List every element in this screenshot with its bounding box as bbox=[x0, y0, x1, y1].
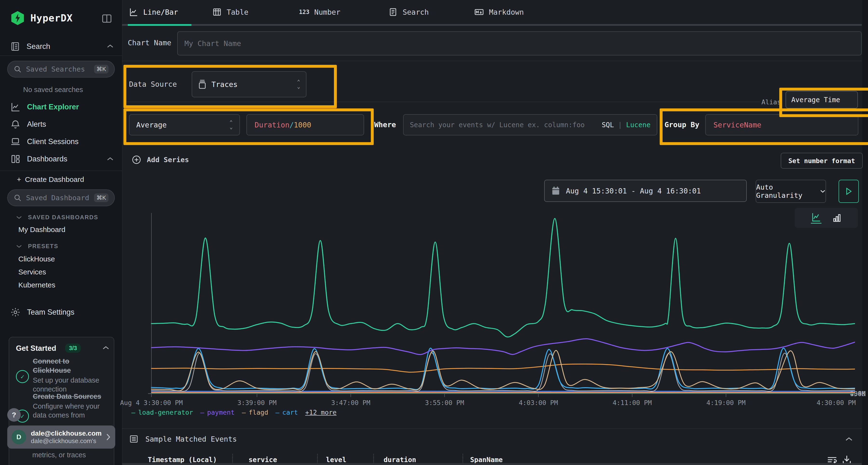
lucene-toggle[interactable]: Lucene bbox=[626, 121, 651, 129]
chart-name-input[interactable]: My Chart Name bbox=[177, 31, 862, 56]
sidebar-item-services[interactable]: Services bbox=[18, 268, 46, 276]
chevron-up-icon[interactable] bbox=[106, 44, 114, 49]
laptop-icon bbox=[10, 136, 21, 147]
alias-input[interactable]: Average Time bbox=[785, 91, 858, 108]
x-tick-label: 4:03:00 PM bbox=[519, 399, 558, 406]
group-saved-dashboards[interactable]: SAVED DASHBOARDS bbox=[16, 214, 98, 221]
sidebar-item-team-settings[interactable]: Team Settings bbox=[10, 307, 74, 318]
legend-more-link[interactable]: +12 more bbox=[305, 409, 337, 416]
where-placeholder: Search your events w/ Lucene ex. column:… bbox=[410, 121, 597, 129]
column-header-service[interactable]: service bbox=[249, 456, 277, 464]
sidebar-item-alerts[interactable]: Alerts bbox=[10, 119, 46, 130]
run-query-button[interactable] bbox=[839, 180, 859, 203]
get-started-item[interactable]: Connect to ClickHouse Set up your databa… bbox=[33, 357, 107, 394]
sample-events-header[interactable]: Sample Matched Events bbox=[129, 434, 237, 444]
get-started-footer-text: metrics, or traces bbox=[32, 451, 86, 459]
time-range-value: Aug 4 15:30:01 - Aug 4 16:30:01 bbox=[566, 187, 701, 195]
help-button[interactable]: ? bbox=[7, 408, 21, 422]
plus-icon: + bbox=[17, 175, 21, 184]
table-icon bbox=[212, 7, 222, 17]
granularity-select[interactable]: Auto Granularity bbox=[756, 180, 826, 203]
tab-table[interactable]: Table bbox=[212, 0, 248, 24]
x-tick-label: 3:55:00 PM bbox=[425, 399, 464, 406]
expr-operator: / bbox=[289, 121, 294, 129]
data-source-select[interactable]: Traces ⌃⌃ bbox=[192, 71, 306, 97]
collapse-section-chevron-icon[interactable] bbox=[845, 437, 853, 442]
get-started-progress-badge: 3/3 bbox=[65, 343, 81, 353]
chart-name-placeholder: My Chart Name bbox=[184, 39, 241, 48]
chart-plot[interactable] bbox=[147, 212, 855, 398]
chevron-up-icon[interactable] bbox=[106, 157, 114, 161]
tab-search[interactable]: Search bbox=[388, 0, 429, 24]
sidebar-section-search[interactable]: Search bbox=[10, 41, 50, 52]
chevron-up-icon[interactable] bbox=[102, 345, 110, 350]
column-header-level[interactable]: level bbox=[326, 456, 346, 464]
divider bbox=[125, 102, 760, 102]
x-tick-label: 4:11:00 PM bbox=[613, 399, 652, 406]
set-number-format-button[interactable]: Set number format bbox=[781, 153, 863, 169]
tab-number[interactable]: 123 Number bbox=[299, 0, 340, 24]
tab-line-bar[interactable]: Line/Bar bbox=[129, 0, 178, 24]
sql-toggle[interactable]: SQL bbox=[602, 121, 614, 129]
sidebar-item-my-dashboard[interactable]: My Dashboard bbox=[18, 226, 65, 234]
sidebar-item-client-sessions[interactable]: Client Sessions bbox=[10, 136, 79, 147]
create-dashboard-button[interactable]: + Create Dashboard bbox=[17, 175, 84, 184]
column-header-timestamp[interactable]: Timestamp (Local) bbox=[148, 456, 217, 464]
time-range-input[interactable]: Aug 4 15:30:01 - Aug 4 16:30:01 bbox=[544, 180, 747, 202]
lang-divider: | bbox=[618, 121, 622, 129]
legend-item[interactable]: —cart bbox=[275, 409, 298, 416]
saved-searches-input[interactable]: Saved Searches ⌘K bbox=[7, 61, 115, 77]
search-panel-icon bbox=[10, 41, 20, 52]
legend-item[interactable]: —payment bbox=[200, 409, 235, 416]
group-by-input[interactable]: ServiceName bbox=[705, 114, 858, 135]
expr-number: 1000 bbox=[294, 121, 311, 129]
check-circle-icon: ✓ bbox=[16, 370, 29, 383]
dashboard-grid-icon bbox=[10, 154, 21, 164]
field-expression-input[interactable]: Duration/1000 bbox=[246, 114, 364, 135]
brand[interactable]: HyperDX bbox=[10, 10, 73, 26]
tab-markdown[interactable]: Markdown bbox=[474, 0, 524, 24]
table-bottom-strip bbox=[122, 463, 862, 465]
x-tick-label: 4:19:00 PM bbox=[707, 399, 746, 406]
sidebar-item-chart-explorer[interactable]: Chart Explorer bbox=[10, 102, 79, 112]
chevron-down-icon bbox=[16, 244, 22, 248]
get-started-item[interactable]: Create Data Sources Configure where your… bbox=[33, 392, 110, 420]
divider bbox=[0, 56, 122, 56]
group-by-label: Group By bbox=[664, 121, 700, 129]
sidebar-item-clickhouse[interactable]: ClickHouse bbox=[18, 255, 55, 263]
hyperdx-logo-icon bbox=[10, 10, 25, 26]
search-icon bbox=[13, 194, 22, 202]
timeseries-chart[interactable]: 0450K900K1.4M1.8M Aug 4 3:30:00 PM3:39:0… bbox=[130, 208, 866, 420]
chart-line-icon bbox=[10, 102, 21, 112]
aggregation-select[interactable]: Average ⌃⌃ bbox=[129, 114, 240, 135]
search-icon bbox=[13, 65, 22, 73]
group-by-value: ServiceName bbox=[713, 121, 762, 129]
sidebar-collapse-icon[interactable] bbox=[101, 13, 112, 24]
divider bbox=[0, 171, 122, 171]
user-menu[interactable]: D dale@clickhouse.com dale@clickhouse.co… bbox=[7, 426, 115, 449]
column-header-spanname[interactable]: SpanName bbox=[470, 456, 503, 464]
data-source-value: Traces bbox=[212, 80, 292, 89]
where-search-input[interactable]: Search your events w/ Lucene ex. column:… bbox=[403, 114, 657, 135]
add-series-button[interactable]: Add Series bbox=[131, 155, 189, 165]
chart-name-label: Chart Name bbox=[128, 38, 172, 47]
legend-item[interactable]: —load-generator bbox=[131, 409, 193, 416]
group-presets[interactable]: PRESETS bbox=[16, 243, 58, 250]
markdown-icon bbox=[474, 7, 484, 17]
alias-label: Alias bbox=[762, 98, 781, 106]
where-label: Where bbox=[374, 121, 396, 129]
column-header-duration[interactable]: duration bbox=[383, 456, 416, 464]
document-search-icon bbox=[388, 7, 398, 17]
sidebar-item-dashboards[interactable]: Dashboards bbox=[10, 154, 67, 164]
legend-item[interactable]: —flagd bbox=[242, 409, 268, 416]
chevron-down-icon bbox=[16, 215, 22, 220]
plus-circle-icon bbox=[131, 155, 142, 165]
x-tick-label: 4:30:00 PM bbox=[817, 399, 856, 406]
sidebar-section-search-label: Search bbox=[27, 42, 50, 51]
number-123-icon: 123 bbox=[299, 9, 309, 15]
saved-dashboards-input[interactable]: Saved Dashboards ⌘K bbox=[7, 189, 115, 206]
sidebar-item-kubernetes[interactable]: Kubernetes bbox=[18, 281, 55, 289]
aggregation-value: Average bbox=[136, 121, 229, 129]
saved-searches-placeholder: Saved Searches bbox=[26, 65, 90, 73]
shortcut-badge: ⌘K bbox=[94, 65, 108, 73]
